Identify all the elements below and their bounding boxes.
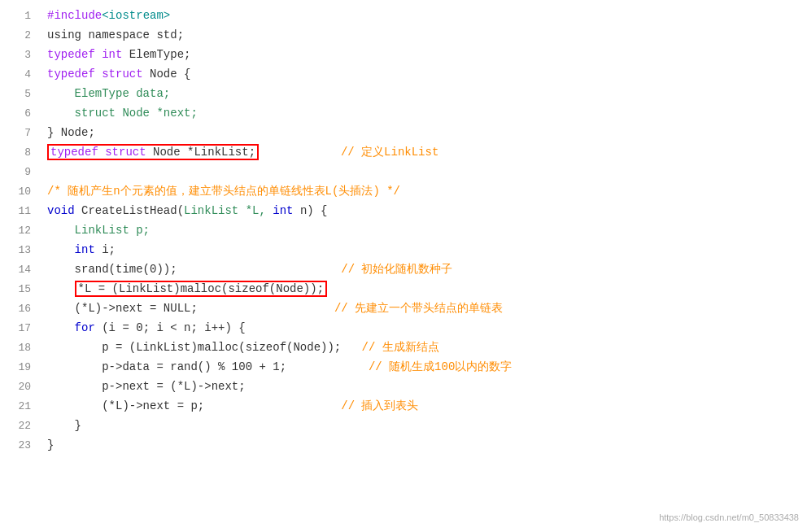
code-line-7: 7 } Node; (0, 124, 807, 143)
line-number-7: 7 (7, 125, 31, 142)
code-next-null: (*L)->next = NULL; (47, 302, 198, 315)
kw-for: for (75, 321, 103, 334)
code-text-malloc: *L = (LinkList)malloc(sizeof(Node)); (78, 282, 324, 295)
code-indent2 (47, 282, 75, 295)
watermark: https://blog.csdn.net/m0_50833438 (659, 511, 799, 525)
line-content-7: } Node; (47, 124, 800, 142)
code-text: ElemType; (129, 48, 191, 61)
line-content-21: (*L)->next = p; // 插入到表头 (47, 397, 800, 415)
block-comment: /* 随机产生n个元素的值，建立带头结点的单链线性表L(头插法) */ (47, 185, 400, 198)
line-content-13: int i; (47, 241, 800, 259)
code-indent (47, 243, 75, 256)
line-number-12: 12 (7, 223, 31, 240)
kw-struct: struct (105, 146, 153, 159)
line-content-1: #include<iostream> (47, 7, 800, 24)
code-indent3 (47, 321, 75, 334)
line-content-5: ElemType data; (47, 85, 800, 102)
code-text: LinkList p; (47, 224, 150, 237)
code-editor: 1 #include<iostream> 2 using namespace s… (0, 0, 807, 532)
code-spacer2 (177, 263, 342, 276)
code-pnext: p->next = (*L)->next; (47, 380, 246, 393)
code-line-22: 22 } (0, 416, 807, 436)
code-line-3: 3 typedef int ElemType; (0, 46, 807, 65)
line-number-11: 11 (7, 203, 31, 220)
code-spacer (259, 146, 341, 159)
code-p-malloc: p = (LinkList)malloc(sizeof(Node)); (47, 341, 341, 354)
code-line-14: 14 srand(time(0)); // 初始化随机数种子 (0, 260, 807, 280)
kw-typedef: typedef (50, 146, 105, 159)
code-line-21: 21 (*L)->next = p; // 插入到表头 (0, 397, 807, 416)
code-line-23: 23 } (0, 436, 807, 456)
comment-insert: // 插入到表头 (341, 399, 418, 412)
line-number-22: 22 (7, 418, 31, 435)
code-line-13: 13 int i; (0, 241, 807, 260)
comment-linklist: // 定义LinkList (341, 146, 438, 159)
param-n: n) { (300, 204, 328, 217)
code-line-1: 1 #include<iostream> (0, 7, 807, 26)
code-line-11: 11 void CreateListHead(LinkList *L, int … (0, 202, 807, 221)
code-text: Node { (150, 68, 190, 81)
spacer6 (204, 399, 341, 412)
line-number-4: 4 (7, 67, 31, 84)
kw-int: int (273, 204, 300, 217)
line-number-6: 6 (7, 106, 31, 123)
code-line-15: 15 *L = (LinkList)malloc(sizeof(Node)); (0, 280, 807, 299)
code-line-10: 10 /* 随机产生n个元素的值，建立带头结点的单链线性表L(头插法) */ (0, 182, 807, 202)
line-content-9 (47, 163, 800, 181)
kw-void: void (47, 204, 81, 217)
line-content-17: for (i = 0; i < n; i++) { (47, 319, 800, 337)
line-number-5: 5 (7, 86, 31, 103)
line-content-14: srand(time(0)); // 初始化随机数种子 (47, 260, 800, 278)
code-line-19: 19 p->data = rand() % 100 + 1; // 随机生成10… (0, 358, 807, 377)
line-content-6: struct Node *next; (47, 104, 800, 122)
code-line-12: 12 LinkList p; (0, 221, 807, 241)
line-number-8: 8 (7, 145, 31, 162)
code-brace-close2: } (47, 438, 54, 451)
highlight-box-linklist: typedef struct Node *LinkList; (47, 144, 259, 160)
line-number-1: 1 (7, 8, 31, 25)
keyword-typedef: typedef (47, 48, 102, 61)
line-content-22: } (47, 416, 800, 434)
code-line-17: 17 for (i = 0; i < n; i++) { (0, 319, 807, 338)
line-content-23: } (47, 436, 800, 454)
code-srand: srand(time(0)); (47, 263, 177, 276)
line-number-2: 2 (7, 28, 31, 45)
param-linklist: LinkList *L, (184, 204, 273, 217)
code-text: Node *LinkList; (153, 146, 255, 159)
code-line-20: 20 p->next = (*L)->next; (0, 377, 807, 397)
line-content-3: typedef int ElemType; (47, 46, 800, 63)
line-number-15: 15 (7, 281, 31, 299)
line-content-8: typedef struct Node *LinkList; // 定义Link… (47, 143, 800, 161)
code-brace-close1: } (47, 419, 81, 432)
code-line-8: 8 typedef struct Node *LinkList; // 定义Li… (0, 143, 807, 163)
line-content-16: (*L)->next = NULL; // 先建立一个带头结点的单链表 (47, 299, 800, 317)
line-content-10: /* 随机产生n个元素的值，建立带头结点的单链线性表L(头插法) */ (47, 182, 800, 200)
line-number-23: 23 (7, 438, 31, 455)
line-number-20: 20 (7, 379, 31, 396)
code-line-6: 6 struct Node *next; (0, 104, 807, 124)
code-line-2: 2 using namespace std; (0, 26, 807, 46)
keyword-struct: struct (102, 68, 150, 81)
line-number-13: 13 (7, 242, 31, 259)
code-lnext: (*L)->next = p; (47, 399, 204, 412)
keyword-typedef2: typedef (47, 68, 102, 81)
code-text: struct Node *next; (47, 107, 198, 120)
code-text: ElemType data; (47, 87, 170, 100)
code-line-5: 5 ElemType data; (0, 85, 807, 104)
keyword-include: #include (47, 9, 102, 22)
line-content-4: typedef struct Node { (47, 65, 800, 83)
comment-newnode: // 生成新结点 (361, 341, 438, 354)
code-line-16: 16 (*L)->next = NULL; // 先建立一个带头结点的单链表 (0, 299, 807, 319)
kw-int2: int (75, 243, 103, 256)
line-number-10: 10 (7, 184, 31, 201)
comment-null: // 先建立一个带头结点的单链表 (334, 302, 503, 315)
line-number-16: 16 (7, 301, 31, 318)
code-text: } Node; (47, 126, 95, 139)
spacer3 (198, 302, 334, 315)
line-content-19: p->data = rand() % 100 + 1; // 随机生成100以内… (47, 358, 800, 376)
spacer5 (286, 360, 369, 373)
func-name: CreateListHead( (81, 204, 184, 217)
code-rand: p->data = rand() % 100 + 1; (47, 360, 286, 373)
line-content-2: using namespace std; (47, 26, 800, 44)
line-content-12: LinkList p; (47, 221, 800, 239)
